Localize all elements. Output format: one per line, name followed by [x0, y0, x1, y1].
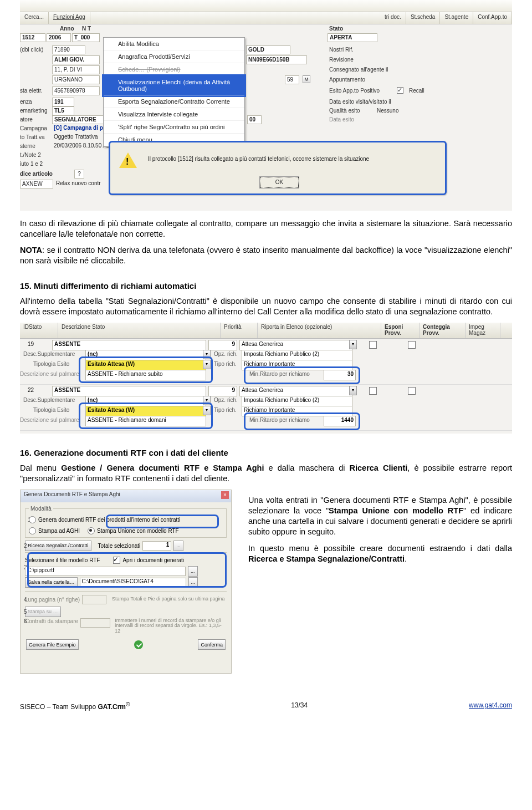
val-almi: ALMI GIOV.	[52, 55, 100, 64]
lbl-palmare: Descrizione sul palmare	[20, 417, 79, 423]
lbl-genera-rtf: Genera documenti RTF dei prodotti all'in…	[38, 517, 180, 523]
btn-conferma[interactable]: Conferma	[198, 639, 226, 650]
chk-positivo[interactable]	[397, 87, 403, 94]
th-esponi: Esponi Provv.	[381, 323, 420, 338]
inp-folder-path[interactable]: C:\Documenti\SISECO\GAT4	[80, 578, 186, 587]
th-magaz: Impeg Magaz	[466, 323, 500, 338]
ok-button[interactable]: OK	[260, 177, 299, 188]
cell-elenco[interactable]: Attesa Generirca	[239, 386, 352, 396]
menu-esporta[interactable]: Esporta Segnalazione/Contratto Corrente	[104, 95, 244, 108]
footer-link[interactable]: www.gat4.com	[469, 701, 512, 711]
tab-tridoc[interactable]: tri doc.	[380, 12, 406, 24]
screenshot-contract-menu: Cerca... Funzioni Agg tri doc. St.scheda…	[20, 0, 512, 211]
cell-prio[interactable]: 9	[208, 340, 237, 350]
lbl-sterne: sterne	[20, 143, 35, 149]
val-segnalatore[interactable]: SEGNALATORE	[52, 115, 111, 124]
menu-visualizzazione-elenchi[interactable]: Visualizzazione Elenchi (deriva da Attiv…	[104, 76, 244, 95]
cell-opz[interactable]: Imposta Richiamo Pubblico (2)	[242, 350, 352, 360]
chk-esponi[interactable]	[369, 341, 377, 349]
cell-desc[interactable]: ASSENTE	[52, 386, 206, 396]
col-stato: Stato	[329, 26, 343, 32]
genera-rtf-dialog: Genera Documenti RTF e Stampa Aghi × Mod…	[20, 490, 232, 674]
dropdown-icon[interactable]: ▾	[349, 340, 357, 349]
app-toolbar	[20, 0, 512, 12]
radio-aghi[interactable]	[29, 527, 36, 534]
menu-provvigioni: Schede… (Provvigioni)	[104, 63, 244, 76]
menu-split[interactable]: 'Split' righe Segn/Contratto su più ordi…	[104, 121, 244, 134]
para-3: All'interno della tabella "Stati Segnala…	[20, 296, 512, 317]
radio-unione[interactable]	[88, 527, 95, 534]
lbl-iuto: iuto 1 e 2	[20, 161, 43, 167]
para-2: NOTA: se il contratto NON deriva da una …	[20, 245, 512, 266]
val-tel: 4567890978	[52, 86, 100, 95]
btn-dots-1[interactable]: ...	[173, 541, 183, 551]
chk-esponi[interactable]	[369, 387, 377, 395]
val-nn: NN09E66D150B	[246, 55, 307, 64]
lbl-appuntamento: Appuntamento	[329, 77, 365, 83]
fieldset-modalita: Modalità 1Genera documenti RTF dei prodo…	[25, 506, 227, 538]
cell-desc[interactable]: ASSENTE	[52, 340, 206, 350]
cell-nt: T_000	[72, 33, 100, 42]
chk-conteggia[interactable]	[408, 341, 416, 349]
para-1: In caso di rilevazione di più chiamate c…	[20, 218, 512, 240]
lbl-campagna: Campagna	[20, 125, 47, 131]
inp-model-path[interactable]: C:\pippo.rtf	[25, 567, 186, 576]
col-nt: N T	[82, 26, 91, 32]
lbl-revisione: Revisione	[329, 57, 354, 63]
lbl-sta: sta elettr.	[20, 88, 43, 94]
cell-id: 19	[28, 341, 34, 347]
table-header: IDStato Descrizione Stato Priorità Ripor…	[20, 323, 512, 339]
chk-conteggia[interactable]	[408, 387, 416, 395]
cell-elenco[interactable]: Attesa Generirca	[239, 340, 352, 350]
val-gold: GOLD	[246, 45, 290, 54]
lbl-unione: Stampa Unione con modello RTF	[97, 528, 179, 534]
val-191: 191	[52, 98, 74, 106]
th-prio: Priorità	[221, 323, 258, 338]
menu-interviste[interactable]: Visualizza Interviste collegate	[104, 108, 244, 121]
th-desc: Descrizione Stato	[58, 323, 221, 338]
chk-apri-doc[interactable]	[113, 557, 120, 564]
lbl-contratti: Contratti da stampare	[25, 618, 78, 624]
lbl-totale: Totale selezionati	[98, 543, 141, 549]
tab-search[interactable]: Cerca...	[20, 12, 49, 24]
val-nessuno: Nessuno	[377, 108, 398, 114]
tab-confappto[interactable]: Conf.App.to	[473, 12, 512, 24]
lbl-dblclick: (dbl click)	[20, 47, 43, 53]
btn-salva-cartella[interactable]: Salva nella cartella…	[25, 577, 78, 588]
side-para-1: Una volta entrati in "Genera documenti R…	[248, 495, 512, 538]
lbl-tiporich: Tipo rich.	[214, 407, 237, 413]
menu-anagrafica[interactable]: Anagrafica Prodotti/Servizi	[104, 50, 244, 63]
menu-abilita[interactable]: Abilita Modifica	[104, 38, 244, 50]
val-totale: 1	[142, 541, 171, 551]
cell-anno: 2006	[47, 33, 71, 42]
btn-dots-2[interactable]: ...	[188, 566, 198, 577]
btn-ricerca[interactable]: Ricerca Segnalaz./Contratti	[25, 541, 91, 551]
hint-lung: Stampa Totali e Pie di pagina solo su ul…	[112, 597, 227, 602]
val-urgnano: URGNANO	[52, 75, 100, 84]
lbl-atore: atore	[20, 116, 33, 123]
side-para-2: In questo menu è possibile creare docume…	[248, 543, 512, 564]
funzioni-menu: Abilita Modifica Anagrafica Prodotti/Ser…	[103, 37, 245, 147]
radio-genera-rtf[interactable]	[29, 516, 36, 523]
tab-funzioni[interactable]: Funzioni Agg	[49, 12, 90, 24]
cell-id: 22	[28, 387, 34, 393]
heading-15: 15. Minuti differimento di richiami auto…	[20, 281, 512, 291]
lbl-tipologia: Tipologia Esito	[33, 407, 69, 413]
help-button[interactable]: ?	[74, 170, 84, 179]
tab-stagente[interactable]: St.agente	[440, 12, 473, 24]
btn-dots-3[interactable]: ...	[188, 577, 198, 588]
dropdown-icon[interactable]: ▾	[349, 386, 357, 395]
dialog-message: Il protocollo [1512] risulta collegato a…	[148, 156, 437, 162]
close-icon[interactable]: ×	[221, 491, 229, 499]
hint-contratti: Immettere i numeri di record da stampare…	[115, 618, 227, 634]
lbl-consegnato: Consegnato all'agente il	[329, 67, 388, 73]
cell-opz[interactable]: Imposta Richiamo Pubblico (2)	[242, 396, 352, 406]
lbl-recall: Recall	[409, 88, 424, 94]
btn-m[interactable]: M	[303, 75, 310, 83]
lbl-descsupp: Desc.Supplementare	[23, 351, 75, 357]
val-11: 11, P. DI VI	[52, 65, 100, 74]
btn-genera-esempio[interactable]: Genera File Esempio	[26, 639, 79, 650]
tab-stscheda[interactable]: St.scheda	[406, 12, 440, 24]
cell-prio[interactable]: 9	[208, 386, 237, 396]
lbl-apri: Apri i documenti generati	[122, 557, 184, 563]
